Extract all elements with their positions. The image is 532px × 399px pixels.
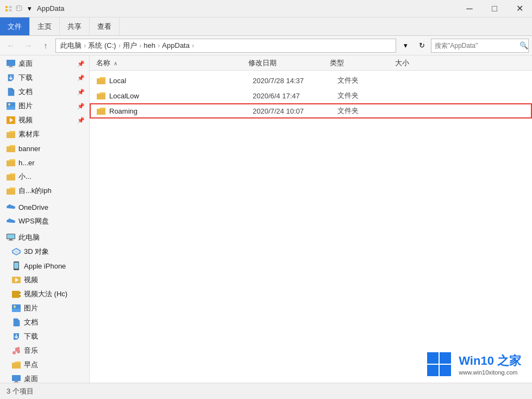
sort-arrow-icon: ∧ xyxy=(114,60,117,66)
folder-icon-xiao xyxy=(7,172,15,181)
download-icon xyxy=(7,73,15,82)
path-part-0[interactable]: 此电脑 xyxy=(60,41,82,51)
window-controls: ─ □ ✕ xyxy=(457,0,532,17)
ribbon-tab-view[interactable]: 查看 xyxy=(90,17,120,35)
quick-access-icon2[interactable] xyxy=(15,4,23,13)
path-part-1[interactable]: 系统 (C:) xyxy=(88,41,116,51)
path-sep-0: › xyxy=(84,41,86,49)
title-bar: ▾ AppData ─ □ ✕ xyxy=(0,0,532,17)
svg-point-29 xyxy=(14,306,16,308)
sidebar-item-video[interactable]: 视频 xyxy=(0,273,89,287)
docs2-icon xyxy=(12,318,21,327)
sidebar-item-apple-iphone[interactable]: Apple iPhone xyxy=(0,259,89,273)
sidebar-item-her[interactable]: h...er xyxy=(0,155,89,170)
sidebar-item-downloads2[interactable]: 下载 xyxy=(0,329,89,344)
address-bar-row: ← → ↑ 此电脑 › 系统 (C:) › 用户 › heh › AppData… xyxy=(0,36,532,55)
col-header-name[interactable]: 名称 ∧ xyxy=(96,58,248,68)
folder-icon-banner xyxy=(7,144,15,153)
sidebar-item-desktop2[interactable]: 桌面 xyxy=(0,372,89,383)
svg-rect-19 xyxy=(8,240,14,241)
quick-access-dropdown[interactable]: ▾ xyxy=(25,4,34,13)
sidebar-item-pictures2[interactable]: 图片 xyxy=(0,301,89,315)
column-headers: 名称 ∧ 修改日期 类型 大小 xyxy=(90,55,532,71)
windows-logo xyxy=(426,351,452,377)
folder-icon-local xyxy=(96,76,106,85)
file-type-roaming: 文件夹 xyxy=(337,106,403,116)
file-name-roaming: Roaming xyxy=(109,107,249,115)
folder-icon-materials xyxy=(7,130,15,139)
svg-rect-48 xyxy=(440,352,451,364)
svg-rect-18 xyxy=(9,239,12,240)
file-row-local[interactable]: Local 2020/7/28 14:37 文件夹 xyxy=(90,73,532,88)
sidebar-item-zaodian[interactable]: 早点 xyxy=(0,358,89,372)
svg-rect-46 xyxy=(97,109,105,115)
sidebar-label-docs2: 文档 xyxy=(24,317,38,327)
sidebar-label-3d: 3D 对象 xyxy=(24,247,49,257)
address-path[interactable]: 此电脑 › 系统 (C:) › 用户 › heh › AppData › xyxy=(55,39,396,53)
svg-point-8 xyxy=(8,103,10,105)
title-bar-icons: ▾ xyxy=(4,4,34,13)
svg-rect-21 xyxy=(14,263,18,269)
ribbon-tab-home[interactable]: 主页 xyxy=(30,17,60,35)
svg-point-22 xyxy=(16,269,17,270)
address-dropdown-button[interactable]: ▾ xyxy=(398,39,412,53)
path-part-3[interactable]: heh xyxy=(143,41,155,49)
svg-rect-35 xyxy=(14,382,19,383)
col-header-size[interactable]: 大小 xyxy=(395,58,439,68)
up-button[interactable]: ↑ xyxy=(38,38,53,53)
maximize-button[interactable]: □ xyxy=(482,0,507,17)
videos-icon xyxy=(7,116,15,124)
ribbon-tab-file[interactable]: 文件 xyxy=(0,17,30,35)
sidebar-item-materials[interactable]: 素材库 xyxy=(0,127,89,141)
sidebar-item-onedrive[interactable]: OneDrive xyxy=(0,200,89,214)
watermark-text: Win10 之家 www.win10xitong.com xyxy=(459,353,521,376)
sidebar-item-3d[interactable]: 3D 对象 xyxy=(0,245,89,259)
svg-rect-3 xyxy=(9,9,12,11)
sidebar-item-download[interactable]: 下载 📌 xyxy=(0,71,89,85)
watermark: Win10 之家 www.win10xitong.com xyxy=(426,351,521,377)
search-box[interactable]: 🔍 xyxy=(431,39,529,53)
sidebar-item-docs2[interactable]: 文档 xyxy=(0,315,89,329)
sidebar-label-download: 下载 xyxy=(18,73,33,83)
sidebar-item-videos[interactable]: 视频 📌 xyxy=(0,113,89,127)
path-part-4[interactable]: AppData xyxy=(162,41,190,49)
svg-rect-4 xyxy=(7,60,15,66)
file-panel: 名称 ∧ 修改日期 类型 大小 Local 2020/7/28 14:37 文件… xyxy=(90,55,532,383)
path-sep-3: › xyxy=(158,41,160,49)
sidebar-label-desktop: 桌面 xyxy=(18,59,33,68)
path-part-2[interactable]: 用户 xyxy=(123,41,137,51)
refresh-button[interactable]: ↻ xyxy=(415,39,429,53)
pin-icon-desktop: 📌 xyxy=(77,60,85,67)
forward-button[interactable]: → xyxy=(21,38,36,53)
back-button[interactable]: ← xyxy=(3,38,18,53)
file-row-locallow[interactable]: LocalLow 2020/6/4 17:47 文件夹 xyxy=(90,88,532,103)
col-header-date[interactable]: 修改日期 xyxy=(248,58,330,68)
search-input[interactable] xyxy=(431,42,520,49)
sidebar-label-pictures: 图片 xyxy=(18,101,33,111)
desktop-icon xyxy=(7,59,15,68)
sidebar-item-xiao[interactable]: 小... xyxy=(0,170,89,184)
sidebar-item-iph[interactable]: 自...k的iph xyxy=(0,184,89,198)
quick-access-icon1[interactable] xyxy=(4,4,13,13)
svg-rect-32 xyxy=(12,363,21,369)
pin-icon-download: 📌 xyxy=(77,74,85,82)
sidebar-item-thispc[interactable]: 此电脑 xyxy=(0,230,89,245)
sidebar-item-wps[interactable]: WPS网盘 xyxy=(0,214,89,228)
title-bar-left: ▾ AppData xyxy=(4,4,65,13)
sidebar-item-desktop[interactable]: 桌面 📌 xyxy=(0,57,89,71)
minimize-button[interactable]: ─ xyxy=(457,0,482,17)
sidebar-label-video: 视频 xyxy=(24,275,38,285)
sidebar-item-pictures[interactable]: 图片 📌 xyxy=(0,99,89,113)
search-icon[interactable]: 🔍 xyxy=(520,39,528,53)
file-row-roaming[interactable]: Roaming 2020/7/24 10:07 文件夹 xyxy=(90,103,532,119)
sidebar-item-banner[interactable]: banner xyxy=(0,141,89,155)
col-header-type[interactable]: 类型 xyxy=(330,58,395,68)
sidebar-label-materials: 素材库 xyxy=(18,129,40,139)
sidebar-item-docs[interactable]: 文档 📌 xyxy=(0,85,89,99)
close-button[interactable]: ✕ xyxy=(507,0,532,17)
ribbon-tab-share[interactable]: 共享 xyxy=(60,17,90,35)
file-list: Local 2020/7/28 14:37 文件夹 LocalLow 2020/… xyxy=(90,71,532,383)
pin-icon-docs: 📌 xyxy=(77,89,85,96)
sidebar-item-videoapp[interactable]: 视频大法 (Hc) xyxy=(0,287,89,301)
sidebar-item-music[interactable]: 音乐 xyxy=(0,344,89,358)
